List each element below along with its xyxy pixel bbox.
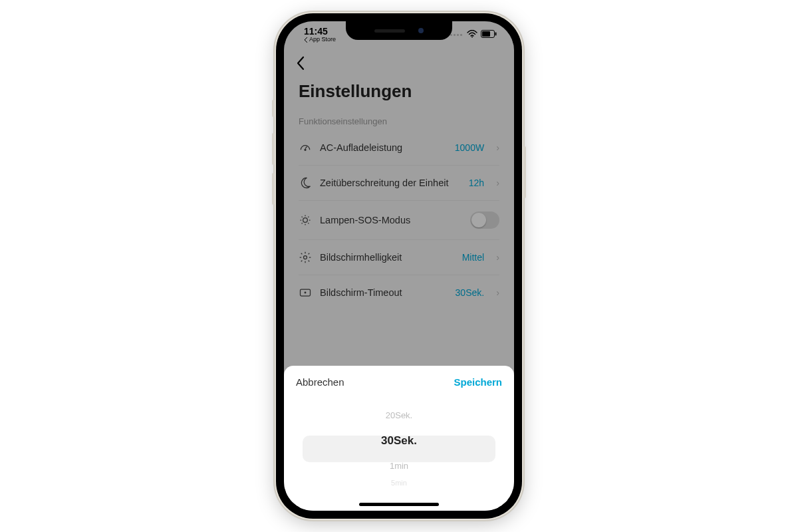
notch	[346, 21, 452, 40]
screen: 11:45 App Store	[284, 21, 514, 511]
picker-option[interactable]: 20Sek.	[386, 406, 412, 424]
picker-option[interactable]: 1min	[390, 457, 408, 474]
picker-sheet: Abbrechen Speichern 20Sek. 30Sek. 1min 5…	[284, 366, 514, 511]
picker-option[interactable]: 5min	[391, 474, 407, 491]
timeout-picker[interactable]: 20Sek. 30Sek. 1min 5min	[296, 406, 502, 493]
silence-switch[interactable]	[272, 100, 275, 117]
volume-up-button[interactable]	[272, 133, 275, 165]
phone-frame: 11:45 App Store	[276, 13, 522, 519]
power-button[interactable]	[523, 146, 526, 198]
volume-down-button[interactable]	[272, 173, 275, 205]
save-button[interactable]: Speichern	[454, 376, 502, 388]
cancel-button[interactable]: Abbrechen	[296, 376, 344, 388]
home-indicator[interactable]	[359, 503, 439, 506]
picker-option-selected[interactable]: 30Sek.	[381, 428, 417, 454]
